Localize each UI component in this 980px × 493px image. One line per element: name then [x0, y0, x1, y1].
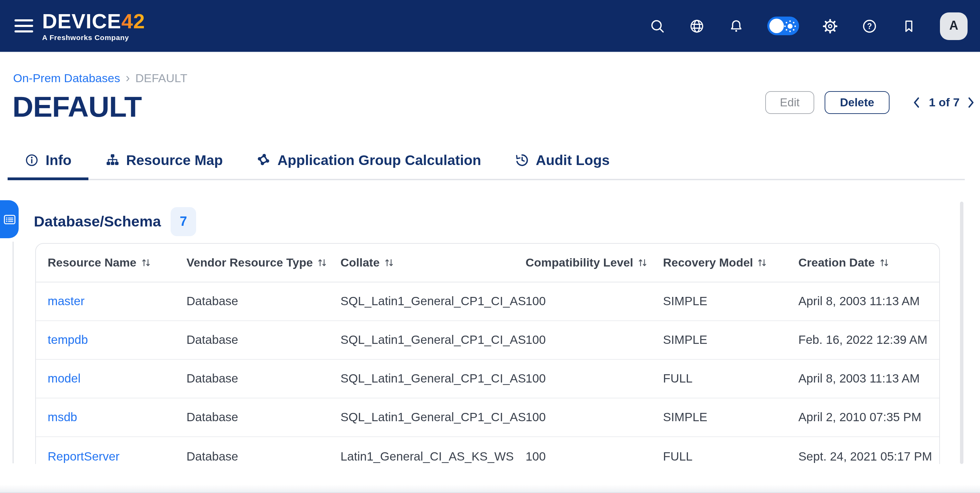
column-header-compatibility-level[interactable]: Compatibility Level: [525, 256, 663, 270]
info-icon: [24, 153, 39, 168]
bell-icon[interactable]: [728, 17, 745, 34]
resource-name-link[interactable]: master: [48, 294, 186, 309]
collate-cell: SQL_Latin1_General_CP1_CI_AS: [340, 333, 525, 347]
compatibility-level-cell: 100: [525, 294, 663, 309]
avatar[interactable]: A: [940, 12, 967, 40]
page-actions: Edit Delete 1 of 7: [765, 91, 976, 114]
compatibility-level-cell: 100: [525, 449, 663, 464]
pager-text: 1 of 7: [929, 95, 959, 110]
window-bottom-edge: [0, 485, 980, 493]
vendor-resource-type-cell: Database: [186, 333, 340, 347]
sort-icon: [318, 258, 327, 267]
breadcrumb-current: DEFAULT: [135, 72, 188, 85]
section-scrollbar[interactable]: [960, 202, 963, 464]
compatibility-level-cell: 100: [525, 410, 663, 425]
section-rail-divider: [13, 242, 14, 463]
record-pager: 1 of 7: [912, 95, 976, 110]
toggle-knob: [769, 19, 784, 33]
logo-accent: 42: [121, 10, 145, 32]
delete-button[interactable]: Delete: [825, 91, 889, 114]
list-icon: [2, 212, 16, 226]
page-title: DEFAULT: [13, 91, 142, 124]
help-icon[interactable]: ?: [861, 17, 878, 34]
tab-label: Application Group Calculation: [277, 152, 481, 169]
column-header-recovery-model[interactable]: Recovery Model: [663, 256, 799, 270]
edit-button[interactable]: Edit: [765, 91, 814, 114]
menu-icon[interactable]: [14, 19, 33, 33]
sitemap-icon: [105, 153, 120, 168]
logo[interactable]: DEVICE42 A Freshworks Company: [42, 11, 145, 41]
theme-toggle[interactable]: [767, 17, 799, 35]
vendor-resource-type-cell: Database: [186, 449, 340, 464]
recovery-model-cell: FULL: [663, 372, 799, 386]
breadcrumb-separator: ›: [126, 71, 130, 86]
sun-icon: [783, 19, 797, 33]
gear-icon[interactable]: [822, 17, 838, 34]
history-icon: [514, 153, 529, 168]
tab-resource-map[interactable]: Resource Map: [88, 146, 239, 180]
logo-subtitle: A Freshworks Company: [42, 34, 145, 41]
sort-icon: [638, 258, 647, 267]
collate-cell: SQL_Latin1_General_CP1_CI_AS: [340, 372, 525, 386]
creation-date-cell: April 8, 2003 11:13 AM: [799, 372, 939, 386]
table-scroll-area: Resource Name Vendor Resource Type Colla…: [35, 243, 943, 464]
search-icon[interactable]: [649, 17, 666, 34]
breadcrumb: On-Prem Databases › DEFAULT: [13, 71, 187, 86]
top-navbar: DEVICE42 A Freshworks Company ?: [0, 0, 980, 52]
creation-date-cell: Feb. 16, 2022 12:39 AM: [799, 333, 939, 347]
sort-icon: [141, 258, 150, 267]
chevron-left-icon[interactable]: [912, 96, 921, 109]
resource-name-link[interactable]: model: [48, 372, 186, 386]
column-header-resource-name[interactable]: Resource Name: [48, 256, 186, 270]
tab-application-group-calculation[interactable]: Application Group Calculation: [239, 146, 498, 180]
section-title: Database/Schema: [34, 213, 161, 230]
tab-bar: Info Resource Map Application Group Calc…: [8, 146, 965, 180]
recovery-model-cell: FULL: [663, 449, 799, 464]
section-list-toggle[interactable]: [0, 200, 19, 238]
app-viewport: DEVICE42 A Freshworks Company ?: [0, 0, 980, 493]
resource-name-link[interactable]: tempdb: [48, 333, 186, 347]
creation-date-cell: Sept. 24, 2021 05:17 PM: [799, 449, 939, 464]
collate-cell: Latin1_General_CI_AS_KS_WS: [340, 449, 525, 464]
creation-date-cell: April 8, 2003 11:13 AM: [799, 294, 939, 309]
database-schema-table: Resource Name Vendor Resource Type Colla…: [35, 243, 940, 464]
network-icon: [256, 153, 271, 168]
logo-text: DEVICE42: [42, 11, 145, 32]
vendor-resource-type-cell: Database: [186, 294, 340, 309]
svg-text:?: ?: [867, 21, 872, 30]
column-header-vendor-resource-type[interactable]: Vendor Resource Type: [186, 256, 340, 270]
recovery-model-cell: SIMPLE: [663, 294, 799, 309]
globe-icon[interactable]: [689, 17, 705, 34]
vendor-resource-type-cell: Database: [186, 410, 340, 425]
recovery-model-cell: SIMPLE: [663, 410, 799, 425]
tab-label: Resource Map: [126, 152, 223, 169]
resource-name-link[interactable]: msdb: [48, 410, 186, 425]
tab-label: Info: [46, 152, 72, 169]
table-row: ReportServer Database Latin1_General_CI_…: [36, 437, 939, 464]
column-header-creation-date[interactable]: Creation Date: [799, 256, 939, 270]
section-header: Database/Schema 7: [34, 207, 196, 236]
collate-cell: SQL_Latin1_General_CP1_CI_AS: [340, 410, 525, 425]
table-header-row: Resource Name Vendor Resource Type Colla…: [36, 244, 939, 282]
count-badge: 7: [170, 207, 196, 236]
table-body: master Database SQL_Latin1_General_CP1_C…: [36, 282, 939, 464]
column-header-collate[interactable]: Collate: [340, 256, 525, 270]
bookmark-icon[interactable]: [900, 17, 917, 34]
creation-date-cell: April 2, 2010 07:35 PM: [799, 410, 939, 425]
compatibility-level-cell: 100: [525, 372, 663, 386]
sort-icon: [758, 258, 767, 267]
breadcrumb-parent-link[interactable]: On-Prem Databases: [13, 72, 120, 85]
collate-cell: SQL_Latin1_General_CP1_CI_AS: [340, 294, 525, 309]
resource-name-link[interactable]: ReportServer: [48, 449, 186, 464]
table-row: msdb Database SQL_Latin1_General_CP1_CI_…: [36, 398, 939, 437]
table-row: master Database SQL_Latin1_General_CP1_C…: [36, 282, 939, 321]
sort-icon: [384, 258, 393, 267]
tab-label: Audit Logs: [536, 152, 609, 169]
tab-info[interactable]: Info: [8, 146, 88, 180]
compatibility-level-cell: 100: [525, 333, 663, 347]
chevron-right-icon[interactable]: [968, 96, 976, 109]
navbar-actions: ? A: [649, 12, 980, 40]
recovery-model-cell: SIMPLE: [663, 333, 799, 347]
table-row: tempdb Database SQL_Latin1_General_CP1_C…: [36, 321, 939, 360]
tab-audit-logs[interactable]: Audit Logs: [498, 146, 626, 180]
